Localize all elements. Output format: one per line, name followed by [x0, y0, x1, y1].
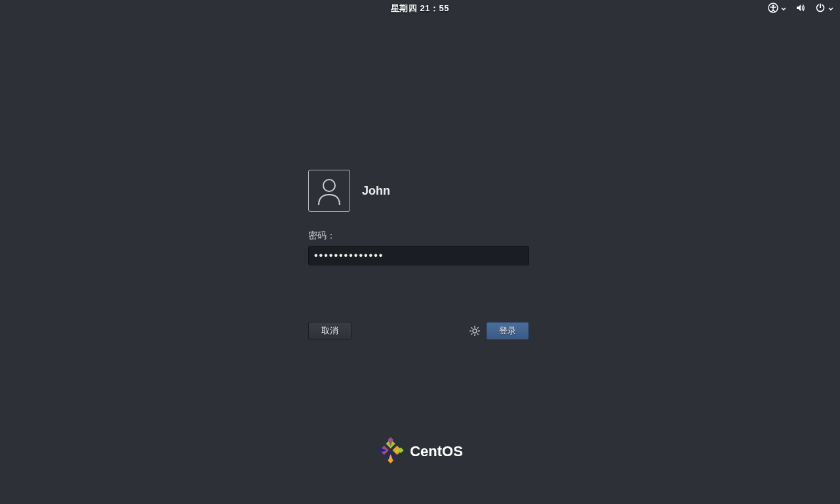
branding-text: CentOS — [410, 443, 463, 460]
chevron-down-icon — [781, 4, 786, 14]
login-button-group: 登录 — [469, 322, 529, 340]
clock-datetime[interactable]: 星期四 21：55 — [138, 3, 702, 14]
accessibility-menu[interactable] — [768, 3, 786, 15]
accessibility-icon — [768, 3, 778, 15]
top-bar-right — [702, 3, 833, 15]
password-label: 密码： — [308, 230, 531, 242]
svg-point-7 — [473, 329, 477, 333]
username-label: John — [362, 184, 390, 198]
session-settings-button[interactable] — [469, 325, 481, 337]
password-input[interactable] — [308, 246, 529, 265]
svg-line-14 — [471, 334, 472, 335]
user-row: John — [308, 170, 531, 212]
power-icon — [815, 3, 826, 15]
svg-line-15 — [477, 327, 479, 328]
user-avatar-icon — [313, 175, 345, 206]
svg-point-6 — [323, 180, 335, 191]
top-bar: 星期四 21：55 — [0, 0, 840, 17]
power-menu[interactable] — [815, 3, 833, 15]
svg-point-1 — [772, 5, 774, 7]
chevron-down-icon — [828, 4, 833, 14]
login-button[interactable]: 登录 — [486, 322, 529, 340]
centos-logo-icon — [377, 437, 403, 466]
cancel-button[interactable]: 取消 — [308, 322, 351, 340]
svg-line-13 — [477, 334, 479, 335]
volume-icon — [795, 3, 806, 15]
button-row: 取消 登录 — [308, 322, 529, 340]
svg-line-12 — [471, 327, 472, 328]
volume-button[interactable] — [795, 3, 806, 15]
branding: CentOS — [377, 437, 463, 466]
login-panel: John 密码： 取消 — [308, 170, 531, 265]
gear-icon — [469, 325, 481, 337]
avatar — [308, 170, 350, 212]
